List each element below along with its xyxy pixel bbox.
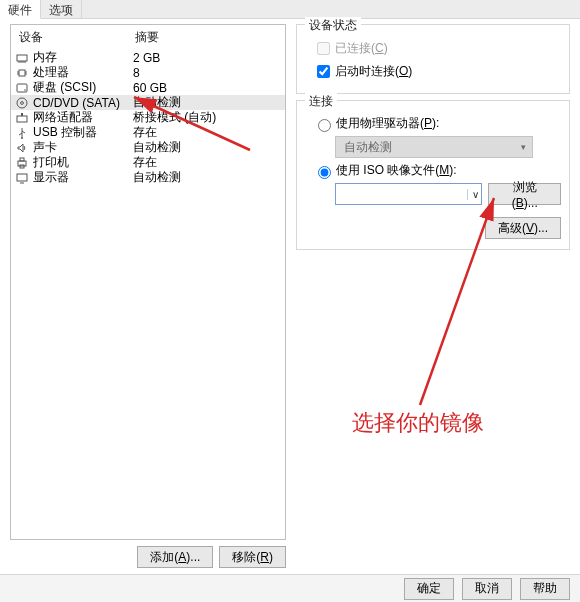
device-row[interactable]: 显示器自动检测 bbox=[11, 170, 285, 185]
device-summary: 60 GB bbox=[133, 81, 285, 95]
device-name: 显示器 bbox=[33, 169, 133, 186]
radio-physical-drive-input[interactable] bbox=[318, 119, 331, 132]
col-summary: 摘要 bbox=[135, 29, 279, 46]
group-device-state-title: 设备状态 bbox=[305, 17, 361, 34]
display-icon bbox=[15, 171, 29, 185]
device-row[interactable]: 硬盘 (SCSI)60 GB bbox=[11, 80, 285, 95]
col-device: 设备 bbox=[19, 29, 135, 46]
advanced-label: 高级(V)... bbox=[498, 220, 548, 237]
cancel-button[interactable]: 取消 bbox=[462, 578, 512, 600]
checkbox-connected-label: 已连接(C) bbox=[335, 40, 388, 57]
svg-point-12 bbox=[17, 98, 27, 108]
hdd-icon bbox=[15, 81, 29, 95]
memory-icon bbox=[15, 51, 29, 65]
chevron-down-icon[interactable]: ∨ bbox=[467, 189, 479, 200]
nic-icon bbox=[15, 111, 29, 125]
device-row[interactable]: 内存2 GB bbox=[11, 50, 285, 65]
device-summary: 自动检测 bbox=[133, 169, 285, 186]
group-device-state: 设备状态 已连接(C) 启动时连接(O) bbox=[296, 24, 570, 94]
device-row[interactable]: USB 控制器存在 bbox=[11, 125, 285, 140]
svg-rect-10 bbox=[17, 84, 27, 92]
annotation-text: 选择你的镜像 bbox=[352, 408, 484, 438]
sound-icon bbox=[15, 141, 29, 155]
tab-hardware[interactable]: 硬件 bbox=[0, 0, 41, 19]
svg-rect-0 bbox=[17, 55, 27, 61]
dialog-button-bar: 确定 取消 帮助 bbox=[0, 574, 580, 602]
tab-bar: 硬件 选项 bbox=[0, 0, 580, 19]
svg-point-13 bbox=[21, 101, 24, 104]
advanced-button[interactable]: 高级(V)... bbox=[485, 217, 561, 239]
radio-iso-file-input[interactable] bbox=[318, 166, 331, 179]
checkbox-connected: 已连接(C) bbox=[313, 39, 561, 58]
svg-point-16 bbox=[21, 137, 23, 139]
radio-iso-file[interactable]: 使用 ISO 映像文件(M): bbox=[313, 162, 561, 179]
iso-file-combo[interactable]: ∨ bbox=[335, 183, 482, 205]
device-row[interactable]: 打印机存在 bbox=[11, 155, 285, 170]
group-connection: 连接 使用物理驱动器(P): 自动检测 ▾ 使用 ISO 映像文件(M): ∨ … bbox=[296, 100, 570, 250]
device-row[interactable]: 处理器8 bbox=[11, 65, 285, 80]
checkbox-connected-input bbox=[317, 42, 330, 55]
svg-point-11 bbox=[24, 89, 26, 91]
radio-physical-drive[interactable]: 使用物理驱动器(P): bbox=[313, 115, 561, 132]
device-row[interactable]: 声卡自动检测 bbox=[11, 140, 285, 155]
device-row[interactable]: 网络适配器桥接模式 (自动) bbox=[11, 110, 285, 125]
device-summary: 8 bbox=[133, 66, 285, 80]
cpu-icon bbox=[15, 66, 29, 80]
checkbox-poweron-label: 启动时连接(O) bbox=[335, 63, 412, 80]
group-connection-title: 连接 bbox=[305, 93, 337, 110]
add-device-button[interactable]: 添加(A)... bbox=[137, 546, 213, 568]
help-button[interactable]: 帮助 bbox=[520, 578, 570, 600]
browse-label: 浏览(B)... bbox=[501, 179, 548, 210]
add-device-label: 添加(A)... bbox=[150, 549, 200, 566]
cancel-label: 取消 bbox=[475, 580, 499, 597]
svg-rect-15 bbox=[21, 113, 23, 116]
usb-icon bbox=[15, 126, 29, 140]
svg-rect-5 bbox=[19, 70, 25, 76]
ok-label: 确定 bbox=[417, 580, 441, 597]
remove-device-label: 移除(R) bbox=[232, 549, 273, 566]
svg-rect-20 bbox=[17, 174, 27, 181]
checkbox-connect-on-poweron[interactable]: 启动时连接(O) bbox=[313, 62, 561, 81]
device-list-panel: 设备 摘要 内存2 GB处理器8硬盘 (SCSI)60 GBCD/DVD (SA… bbox=[10, 24, 286, 540]
physical-drive-value: 自动检测 bbox=[344, 139, 392, 156]
device-summary: 2 GB bbox=[133, 51, 285, 65]
radio-iso-file-label: 使用 ISO 映像文件(M): bbox=[336, 162, 457, 179]
printer-icon bbox=[15, 156, 29, 170]
svg-rect-14 bbox=[17, 116, 27, 122]
checkbox-poweron-input[interactable] bbox=[317, 65, 330, 78]
disc-icon bbox=[15, 96, 29, 110]
device-row[interactable]: CD/DVD (SATA)自动检测 bbox=[11, 95, 285, 110]
browse-button[interactable]: 浏览(B)... bbox=[488, 183, 561, 205]
remove-device-button[interactable]: 移除(R) bbox=[219, 546, 286, 568]
chevron-down-icon: ▾ bbox=[521, 142, 526, 152]
physical-drive-select: 自动检测 ▾ bbox=[335, 136, 533, 158]
device-name: CD/DVD (SATA) bbox=[33, 96, 133, 110]
svg-rect-18 bbox=[20, 158, 24, 161]
device-name: 硬盘 (SCSI) bbox=[33, 79, 133, 96]
help-label: 帮助 bbox=[533, 580, 557, 597]
radio-physical-drive-label: 使用物理驱动器(P): bbox=[336, 115, 439, 132]
tab-options[interactable]: 选项 bbox=[41, 0, 82, 19]
ok-button[interactable]: 确定 bbox=[404, 578, 454, 600]
